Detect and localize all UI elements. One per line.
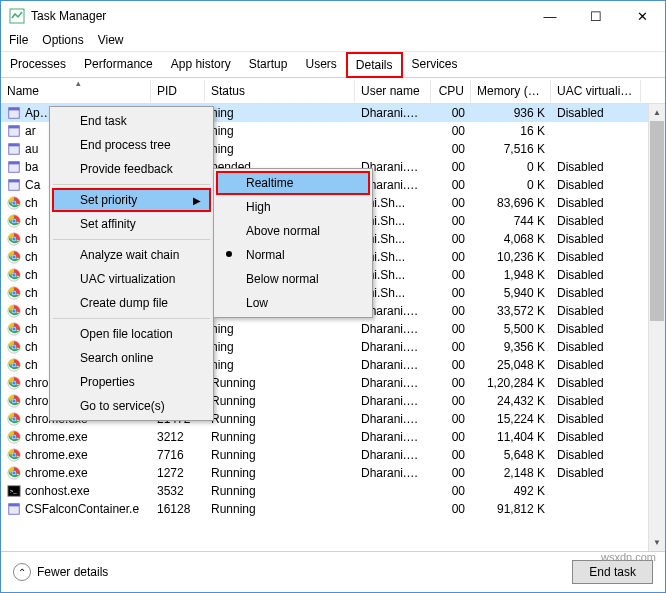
header-pid[interactable]: PID bbox=[151, 80, 205, 102]
process-icon bbox=[7, 394, 21, 408]
menu-view[interactable]: View bbox=[98, 33, 124, 47]
priority-normal[interactable]: Normal bbox=[216, 243, 370, 267]
svg-point-34 bbox=[12, 292, 16, 296]
process-icon bbox=[7, 214, 21, 228]
cell-uac: Disabled bbox=[551, 178, 641, 192]
cell-user: Dharani.Sh... bbox=[355, 466, 431, 480]
cell-pid: 7716 bbox=[151, 448, 205, 462]
tab-startup[interactable]: Startup bbox=[240, 52, 297, 78]
cell-cpu: 00 bbox=[431, 196, 471, 210]
tab-processes[interactable]: Processes bbox=[1, 52, 75, 78]
tab-app-history[interactable]: App history bbox=[162, 52, 240, 78]
process-list: ▲ ▼ End task End process tree Provide fe… bbox=[1, 104, 665, 551]
priority-above-normal[interactable]: Above normal bbox=[216, 219, 370, 243]
cell-status: ning bbox=[205, 106, 355, 120]
cell-memory: 10,236 K bbox=[471, 250, 551, 264]
ctx-properties[interactable]: Properties bbox=[52, 370, 211, 394]
cell-memory: 5,940 K bbox=[471, 286, 551, 300]
header-uac[interactable]: UAC virtualizat... bbox=[551, 80, 641, 102]
cell-name: chrome.exe bbox=[1, 430, 151, 445]
cell-cpu: 00 bbox=[431, 376, 471, 390]
table-row[interactable]: >_conhost.exe3532Running00492 K bbox=[1, 482, 665, 500]
ctx-set-affinity[interactable]: Set affinity bbox=[52, 212, 211, 236]
menu-file[interactable]: File bbox=[9, 33, 28, 47]
cell-memory: 0 K bbox=[471, 178, 551, 192]
ctx-set-priority[interactable]: Set priority▶ bbox=[52, 188, 211, 212]
svg-point-70 bbox=[12, 454, 16, 458]
cell-memory: 16 K bbox=[471, 124, 551, 138]
header-status[interactable]: Status bbox=[205, 80, 355, 102]
cell-cpu: 00 bbox=[431, 214, 471, 228]
cell-cpu: 00 bbox=[431, 430, 471, 444]
cell-memory: 91,812 K bbox=[471, 502, 551, 516]
table-row[interactable]: chrome.exe1272RunningDharani.Sh...002,14… bbox=[1, 464, 665, 482]
ctx-dump[interactable]: Create dump file bbox=[52, 291, 211, 315]
cell-uac: Disabled bbox=[551, 106, 641, 120]
table-row[interactable]: chrome.exe7716RunningDharani.Sh...005,64… bbox=[1, 446, 665, 464]
tab-performance[interactable]: Performance bbox=[75, 52, 162, 78]
end-task-button[interactable]: End task bbox=[572, 560, 653, 584]
cell-status: Running bbox=[205, 394, 355, 408]
cell-cpu: 00 bbox=[431, 160, 471, 174]
cell-name: chrome.exe bbox=[1, 466, 151, 481]
priority-below-normal[interactable]: Below normal bbox=[216, 267, 370, 291]
svg-rect-4 bbox=[9, 126, 20, 129]
header-name[interactable]: Name▴ bbox=[1, 80, 151, 102]
cell-cpu: 00 bbox=[431, 304, 471, 318]
tab-details[interactable]: Details bbox=[346, 52, 403, 78]
maximize-button[interactable]: ☐ bbox=[573, 1, 619, 31]
ctx-end-task[interactable]: End task bbox=[52, 109, 211, 133]
svg-rect-6 bbox=[9, 144, 20, 147]
close-button[interactable]: ✕ bbox=[619, 1, 665, 31]
task-manager-icon bbox=[9, 8, 25, 24]
ctx-analyze[interactable]: Analyze wait chain bbox=[52, 243, 211, 267]
scroll-down-icon[interactable]: ▼ bbox=[649, 534, 665, 551]
process-icon bbox=[7, 430, 21, 444]
cell-status: ning bbox=[205, 124, 355, 138]
priority-high[interactable]: High bbox=[216, 195, 370, 219]
process-icon bbox=[7, 376, 21, 390]
cell-memory: 5,648 K bbox=[471, 448, 551, 462]
ctx-feedback[interactable]: Provide feedback bbox=[52, 157, 211, 181]
cell-status: Running bbox=[205, 466, 355, 480]
scrollbar[interactable]: ▲ ▼ bbox=[648, 104, 665, 551]
ctx-end-tree[interactable]: End process tree bbox=[52, 133, 211, 157]
header-user[interactable]: User name bbox=[355, 80, 431, 102]
cell-user: Dharani.Sh... bbox=[355, 394, 431, 408]
cell-cpu: 00 bbox=[431, 394, 471, 408]
cell-uac: Disabled bbox=[551, 466, 641, 480]
tab-services[interactable]: Services bbox=[403, 52, 467, 78]
scroll-thumb[interactable] bbox=[650, 121, 664, 321]
tab-users[interactable]: Users bbox=[296, 52, 345, 78]
table-row[interactable]: chrome.exe3212RunningDharani.Sh...0011,4… bbox=[1, 428, 665, 446]
cell-uac: Disabled bbox=[551, 358, 641, 372]
svg-rect-10 bbox=[9, 180, 20, 183]
titlebar[interactable]: Task Manager — ☐ ✕ bbox=[1, 1, 665, 31]
priority-realtime[interactable]: Realtime bbox=[216, 171, 370, 195]
cell-cpu: 00 bbox=[431, 232, 471, 246]
ctx-search-online[interactable]: Search online bbox=[52, 346, 211, 370]
svg-point-14 bbox=[12, 202, 16, 206]
priority-low[interactable]: Low bbox=[216, 291, 370, 315]
cell-cpu: 00 bbox=[431, 106, 471, 120]
process-icon bbox=[7, 106, 21, 120]
ctx-uac[interactable]: UAC virtualization bbox=[52, 267, 211, 291]
header-cpu[interactable]: CPU bbox=[431, 80, 471, 102]
header-memory[interactable]: Memory (a... bbox=[471, 80, 551, 102]
cell-cpu: 00 bbox=[431, 358, 471, 372]
fewer-details-button[interactable]: ⌃ Fewer details bbox=[13, 563, 572, 581]
table-row[interactable]: CSFalconContainer.e16128Running0091,812 … bbox=[1, 500, 665, 518]
process-icon bbox=[7, 466, 21, 480]
ctx-open-location[interactable]: Open file location bbox=[52, 322, 211, 346]
scroll-up-icon[interactable]: ▲ bbox=[649, 104, 665, 121]
menu-options[interactable]: Options bbox=[42, 33, 83, 47]
cell-uac: Disabled bbox=[551, 160, 641, 174]
minimize-button[interactable]: — bbox=[527, 1, 573, 31]
cell-cpu: 00 bbox=[431, 448, 471, 462]
svg-point-38 bbox=[12, 310, 16, 314]
ctx-goto-services[interactable]: Go to service(s) bbox=[52, 394, 211, 418]
cell-memory: 2,148 K bbox=[471, 466, 551, 480]
cell-status: Running bbox=[205, 376, 355, 390]
process-icon bbox=[7, 142, 21, 156]
cell-user: Dharani.Sh... bbox=[355, 106, 431, 120]
